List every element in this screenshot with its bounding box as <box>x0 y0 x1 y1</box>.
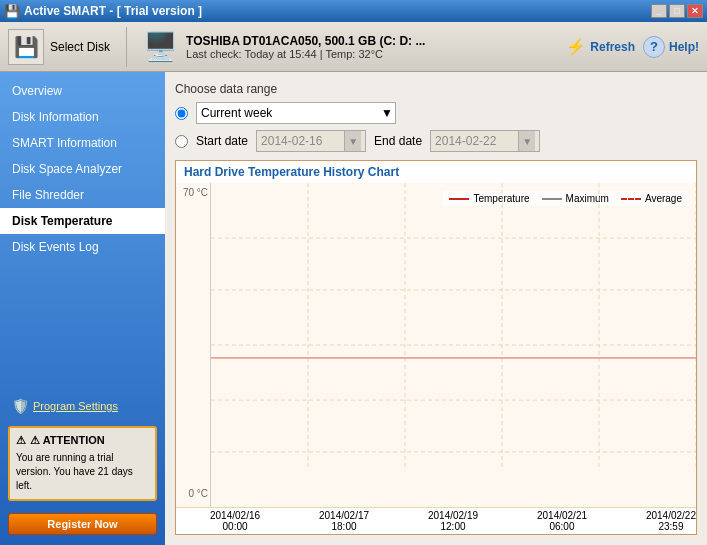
sidebar-item-disk-information[interactable]: Disk Information <box>0 104 165 130</box>
select-arrow-icon: ▼ <box>381 106 393 120</box>
x-label-1: 2014/02/17 18:00 <box>319 510 369 532</box>
warning-icon: ⚠ <box>16 434 26 447</box>
y-axis-bottom: 0 °C <box>178 488 208 503</box>
attention-text: You are running a trial version. You hav… <box>16 451 149 493</box>
start-date-field[interactable]: 2014-02-16 ▼ <box>256 130 366 152</box>
choose-range-label: Choose data range <box>175 82 697 96</box>
end-date-field[interactable]: 2014-02-22 ▼ <box>430 130 540 152</box>
content-area: Choose data range Current week ▼ Start d… <box>165 72 707 545</box>
chart-svg <box>211 183 696 507</box>
toolbar-divider <box>126 27 127 67</box>
sidebar-item-overview[interactable]: Overview <box>0 78 165 104</box>
program-settings-button[interactable]: 🛡️ Program Settings <box>0 392 165 420</box>
register-button[interactable]: Register Now <box>8 513 157 535</box>
select-disk-label: Select Disk <box>50 40 110 54</box>
settings-label: Program Settings <box>33 400 118 412</box>
start-date-label: Start date <box>196 134 248 148</box>
window-title: Active SMART - [ Trial version ] <box>24 4 651 18</box>
chart-title: Hard Drive Temperature History Chart <box>176 161 696 183</box>
end-date-label: End date <box>374 134 422 148</box>
sidebar-item-disk-temperature[interactable]: Disk Temperature <box>0 208 165 234</box>
custom-date-radio[interactable] <box>175 135 188 148</box>
title-bar: 💾 Active SMART - [ Trial version ] _ □ ✕ <box>0 0 707 22</box>
minimize-button[interactable]: _ <box>651 4 667 18</box>
disk-name: TOSHIBA DT01ACA050, 500.1 GB (C: D: ... <box>186 34 550 48</box>
end-date-arrow[interactable]: ▼ <box>518 131 535 151</box>
sidebar-item-disk-events-log[interactable]: Disk Events Log <box>0 234 165 260</box>
disk-info: TOSHIBA DT01ACA050, 500.1 GB (C: D: ... … <box>186 34 550 60</box>
x-label-3: 2014/02/21 06:00 <box>537 510 587 532</box>
sidebar-item-disk-space-analyzer[interactable]: Disk Space Analyzer <box>0 156 165 182</box>
toolbar: 💾 Select Disk 🖥️ TOSHIBA DT01ACA050, 500… <box>0 22 707 72</box>
settings-icon: 🛡️ <box>12 398 29 414</box>
help-icon: ? <box>643 36 665 58</box>
app-icon: 💾 <box>4 4 20 19</box>
chart-body: 70 °C 0 °C Temperature Maximum <box>176 183 696 507</box>
help-button[interactable]: ? Help! <box>643 36 699 58</box>
x-label-2: 2014/02/19 12:00 <box>428 510 478 532</box>
refresh-icon: ⚡ <box>566 37 586 56</box>
date-row: Start date 2014-02-16 ▼ End date 2014-02… <box>175 130 697 152</box>
refresh-label: Refresh <box>590 40 635 54</box>
sidebar-item-file-shredder[interactable]: File Shredder <box>0 182 165 208</box>
disk-drive-icon: 🖥️ <box>143 30 178 63</box>
attention-title: ⚠ ⚠ ATTENTION <box>16 434 149 447</box>
end-date-value: 2014-02-22 <box>435 134 516 148</box>
maximize-button[interactable]: □ <box>669 4 685 18</box>
start-date-arrow[interactable]: ▼ <box>344 131 361 151</box>
disk-sub: Last check: Today at 15:44 | Temp: 32°C <box>186 48 550 60</box>
sidebar: Overview Disk Information SMART Informat… <box>0 72 165 545</box>
current-week-radio[interactable] <box>175 107 188 120</box>
x-label-0: 2014/02/16 00:00 <box>210 510 260 532</box>
sidebar-item-smart-information[interactable]: SMART Information <box>0 130 165 156</box>
close-button[interactable]: ✕ <box>687 4 703 18</box>
chart-plot-area: Temperature Maximum Average <box>210 183 696 507</box>
select-disk-icon: 💾 <box>8 29 44 65</box>
select-disk-button[interactable]: 💾 Select Disk <box>8 29 110 65</box>
current-week-radio-group <box>175 107 188 120</box>
date-range-select-wrapper[interactable]: Current week ▼ <box>196 102 396 124</box>
y-axis-top: 70 °C <box>178 187 208 198</box>
start-date-value: 2014-02-16 <box>261 134 342 148</box>
chart-container: Hard Drive Temperature History Chart 70 … <box>175 160 697 535</box>
y-axis: 70 °C 0 °C <box>176 183 210 507</box>
attention-box: ⚠ ⚠ ATTENTION You are running a trial ve… <box>8 426 157 501</box>
date-range-select[interactable]: Current week <box>201 103 381 123</box>
refresh-button[interactable]: ⚡ Refresh <box>566 37 635 56</box>
help-label: Help! <box>669 40 699 54</box>
x-label-4: 2014/02/22 23:59 <box>646 510 696 532</box>
